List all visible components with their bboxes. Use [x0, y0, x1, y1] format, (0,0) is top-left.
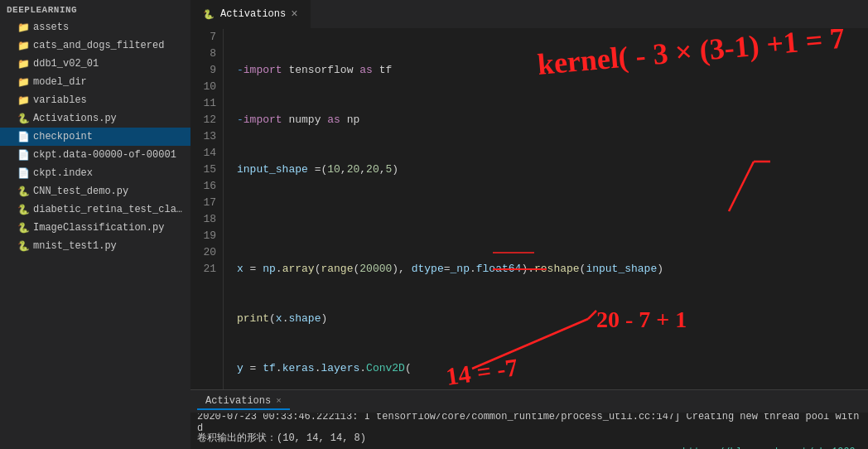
- line-number: 13: [197, 128, 216, 145]
- line-number: 7: [197, 29, 216, 46]
- sidebar-item-label: checkpoint: [33, 131, 93, 142]
- code-content[interactable]: -import tensorflow as tf -import numpy a…: [224, 29, 868, 389]
- sidebar-item-assets[interactable]: 📁 assets: [0, 18, 190, 36]
- python-file-icon: 🐍: [17, 239, 30, 253]
- main-content: 🐍 Activations × kernel( - 3 × (3-1) +1 =…: [190, 0, 868, 449]
- line-number: 11: [197, 95, 216, 112]
- sidebar-item-label: mnist_test1.py: [33, 240, 117, 252]
- line-number: 15: [197, 162, 216, 178]
- sidebar-item-label: diabetic_retina_test_classification: [33, 204, 184, 215]
- folder-icon: 📁: [17, 94, 30, 107]
- sidebar-item-label: cats_and_dogs_filtered: [33, 40, 164, 51]
- tab-activations[interactable]: 🐍 Activations ×: [190, 0, 311, 28]
- data-file-icon: 📄: [17, 148, 30, 162]
- sidebar-item-ddb1[interactable]: 📁 ddb1_v02_01: [0, 55, 190, 73]
- sidebar-item-label: assets: [33, 22, 69, 33]
- sidebar-item-model-dir[interactable]: 📁 model_dir: [0, 73, 190, 91]
- sidebar-item-activations-py[interactable]: 🐍 Activations.py: [0, 109, 190, 128]
- sidebar-title: DeepLearning: [0, 0, 190, 18]
- code-line-13: y = tf.keras.layers.Conv2D(: [237, 360, 855, 377]
- terminal-panel: Activations × 2020-07-23 00:33:46.222113…: [190, 389, 868, 449]
- sidebar-item-label: variables: [33, 94, 87, 106]
- sidebar-item-variables[interactable]: 📁 variables: [0, 91, 190, 109]
- line-number: 19: [197, 228, 216, 244]
- editor-tabs: 🐍 Activations ×: [190, 0, 868, 29]
- tab-file-icon: 🐍: [202, 7, 215, 21]
- terminal-tab-bar: Activations ×: [190, 390, 868, 413]
- line-number: 12: [197, 112, 216, 128]
- sidebar-item-checkpoint[interactable]: 📄 checkpoint: [0, 128, 190, 146]
- code-line-10: [237, 211, 855, 228]
- sidebar-item-ckpt-data[interactable]: 📄 ckpt.data-00000-of-00001: [0, 146, 190, 164]
- sidebar-item-diabetic[interactable]: 🐍 diabetic_retina_test_classification: [0, 200, 190, 219]
- sidebar-item-mnist[interactable]: 🐍 mnist_test1.py: [0, 237, 190, 255]
- terminal-line-link: https://blog.csdn.net/zh_1999a: [197, 445, 861, 449]
- sidebar-item-cnn-test[interactable]: 🐍 CNN_test_demo.py: [0, 182, 190, 200]
- line-number: 18: [197, 211, 216, 228]
- folder-icon: 📁: [17, 21, 30, 34]
- sidebar-item-cats[interactable]: 📁 cats_and_dogs_filtered: [0, 36, 190, 55]
- folder-icon: 📁: [17, 57, 30, 70]
- sidebar-item-label: ddb1_v02_01: [33, 58, 99, 70]
- terminal-line-log: 2020-07-23 00:33:46.222113: I tensorflow…: [197, 415, 861, 430]
- tab-close-button[interactable]: ×: [291, 7, 297, 21]
- code-line-7: -import tensorflow as tf: [237, 62, 855, 79]
- code-editor: 7 8 9 10 11 12 13 14 15 16 17 18 19 20 2…: [190, 29, 868, 389]
- line-number: 21: [197, 261, 216, 278]
- python-file-icon: 🐍: [17, 112, 30, 125]
- terminal-tab-close[interactable]: ×: [276, 396, 282, 406]
- file-icon: 📄: [17, 130, 30, 143]
- line-number: 16: [197, 178, 216, 195]
- sidebar: DeepLearning 📁 assets 📁 cats_and_dogs_fi…: [0, 0, 190, 449]
- sidebar-item-label: model_dir: [33, 76, 87, 88]
- code-line-11: x = np.array(range(20000), dtype=_np.flo…: [237, 261, 855, 278]
- code-line-9: input_shape =(10,20,20,5): [237, 162, 855, 178]
- sidebar-item-image-classification[interactable]: 🐍 ImageClassification.py: [0, 219, 190, 237]
- sidebar-item-label: Activations.py: [33, 113, 117, 124]
- python-file-icon: 🐍: [17, 203, 30, 216]
- line-number: 20: [197, 244, 216, 261]
- terminal-tab-activations[interactable]: Activations ×: [197, 393, 290, 410]
- tab-label: Activations: [220, 8, 286, 20]
- sidebar-item-label: CNN_test_demo.py: [33, 186, 128, 197]
- python-file-icon: 🐍: [17, 185, 30, 198]
- line-number: 17: [197, 195, 216, 211]
- terminal-content: 2020-07-23 00:33:46.222113: I tensorflow…: [190, 413, 868, 449]
- index-file-icon: 📄: [17, 167, 30, 180]
- code-editor-area[interactable]: kernel( - 3 × (3-1) +1 = 7 14 = -7 20 - …: [190, 29, 868, 389]
- line-number: 10: [197, 79, 216, 95]
- terminal-result-text: 卷积输出的形状：(10, 14, 14, 8): [197, 431, 366, 445]
- sidebar-item-label: ckpt.index: [33, 167, 93, 179]
- sidebar-item-ckpt-index[interactable]: 📄 ckpt.index: [0, 164, 190, 182]
- line-number: 8: [197, 46, 216, 62]
- sidebar-item-label: ImageClassification.py: [33, 222, 164, 234]
- folder-icon: 📁: [17, 75, 30, 89]
- code-line-12: print(x.shape): [237, 311, 855, 327]
- terminal-tab-label: Activations: [205, 395, 271, 407]
- folder-icon: 📁: [17, 39, 30, 52]
- line-number: 9: [197, 62, 216, 79]
- line-number: 14: [197, 145, 216, 162]
- sidebar-item-label: ckpt.data-00000-of-00001: [33, 149, 176, 161]
- code-line-8: -import numpy as np: [237, 112, 855, 128]
- line-numbers: 7 8 9 10 11 12 13 14 15 16 17 18 19 20 2…: [190, 29, 224, 389]
- python-file-icon: 🐍: [17, 221, 30, 234]
